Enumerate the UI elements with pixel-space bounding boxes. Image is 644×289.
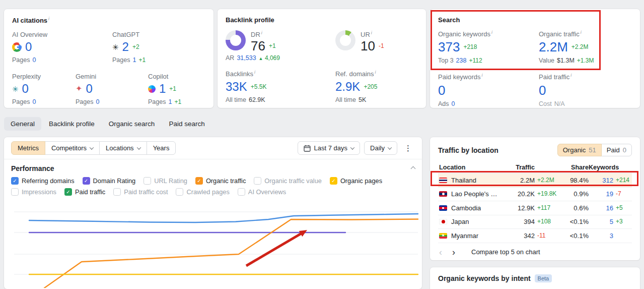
- date-range-button[interactable]: Last 7 days: [298, 141, 361, 155]
- metric-value[interactable]: 1: [159, 83, 166, 95]
- next-page-button[interactable]: ›: [452, 248, 455, 257]
- chevron-down-icon: [136, 145, 140, 149]
- metric-label: Copilot: [148, 73, 205, 80]
- toggle-paid[interactable]: Paid0: [601, 144, 632, 156]
- table-row-cambodia[interactable]: Cambodia 12.9K+117 0.6% 16+5: [438, 201, 632, 215]
- info-icon[interactable]: i: [375, 70, 376, 75]
- toggle-organic[interactable]: Organic51: [557, 144, 602, 156]
- performance-chart: [4, 201, 422, 289]
- more-options-button[interactable]: ⋮: [401, 143, 415, 154]
- info-icon[interactable]: i: [254, 70, 255, 75]
- checkbox-crawled-pages[interactable]: Crawled pages: [176, 188, 229, 196]
- collapse-section-button[interactable]: [411, 166, 416, 171]
- tab-organic-search[interactable]: Organic search: [102, 117, 162, 131]
- checkbox-paid-traffic[interactable]: ✓Paid traffic: [64, 188, 105, 196]
- info-icon[interactable]: i: [570, 73, 571, 78]
- granularity-button[interactable]: Daily: [364, 141, 397, 155]
- thailand-flag-icon: [439, 178, 447, 183]
- info-icon[interactable]: i: [371, 30, 372, 35]
- pages-delta: +1: [174, 98, 181, 105]
- table-row-thailand[interactable]: Thailand 2.2M+2.2M 98.4% 312+214: [438, 174, 632, 188]
- ref-domains-value[interactable]: 2.9K: [335, 81, 360, 93]
- view-segments: Metrics Competitors Locations Years: [11, 141, 176, 155]
- metric-value[interactable]: 0: [86, 83, 92, 95]
- info-icon[interactable]: i: [491, 30, 492, 35]
- checkbox-organic-pages[interactable]: ✓Organic pages: [330, 177, 382, 185]
- table-row-laos[interactable]: Lao People's Democratic Reput 20.2K+19.8…: [438, 188, 632, 202]
- table-row-myanmar[interactable]: Myanmar 342-11 <0.1% 3: [438, 229, 632, 243]
- paid-keywords-value[interactable]: 0: [438, 84, 445, 97]
- checkbox-ai-overviews[interactable]: AI Overviews: [238, 188, 286, 196]
- ai-metric-chatgpt: ChatGPT ✳ 2 +2 Pages1+1: [112, 31, 205, 64]
- pages-value[interactable]: 1: [168, 98, 172, 105]
- paid-keywords-block: Paid keywordsi 0 Ads0: [438, 73, 539, 107]
- pages-value[interactable]: 1: [132, 56, 136, 64]
- checkbox-url-rating[interactable]: URL Rating: [144, 177, 187, 185]
- pages-value[interactable]: 0: [96, 98, 99, 105]
- tab-backlink-profile[interactable]: Backlink profile: [42, 117, 101, 131]
- tab-paid-search[interactable]: Paid search: [162, 117, 211, 131]
- segment-competitors[interactable]: Competitors: [45, 141, 100, 155]
- checkbox-paid-traffic-cost[interactable]: Paid traffic cost: [113, 188, 168, 196]
- info-icon[interactable]: i: [261, 30, 262, 35]
- paid-traffic-value[interactable]: 0: [539, 84, 546, 97]
- alltime-value: 62.9K: [249, 96, 265, 103]
- top3-value[interactable]: 238: [456, 57, 467, 64]
- col-keywords[interactable]: Keywords: [589, 164, 619, 171]
- compare-top5-link[interactable]: Compare top 5 on chart: [471, 248, 540, 256]
- ar-delta: ▲ 4,069: [259, 54, 280, 62]
- organic-traffic-block: Organic traffici 2.2M +2.2M Value$1.3M+1…: [539, 30, 632, 64]
- ai-metric-gemini: Gemini ✦ 0 Pages0: [76, 73, 148, 105]
- organic-intent-card: Organic keywords by intent Beta: [430, 267, 640, 289]
- pages-value[interactable]: 0: [32, 56, 36, 64]
- checkbox-impressions[interactable]: Impressions: [11, 188, 56, 196]
- metric-label: ChatGPT: [112, 31, 205, 38]
- alltime-label: All time: [335, 96, 356, 103]
- backlink-profile-title: Backlink profile: [226, 16, 418, 24]
- ar-value[interactable]: 31,533: [237, 54, 256, 62]
- ur-value[interactable]: 10: [361, 39, 375, 52]
- checkbox-domain-rating[interactable]: ✓Domain Rating: [83, 177, 136, 185]
- ur-label: URi: [361, 30, 384, 38]
- organic-traffic-value[interactable]: 2.2M: [539, 40, 568, 53]
- value-delta: +1.3M: [577, 57, 594, 64]
- ads-value[interactable]: 0: [452, 100, 455, 107]
- segment-metrics[interactable]: Metrics: [11, 141, 45, 155]
- pages-label: Pages: [12, 56, 30, 64]
- col-share[interactable]: Share: [560, 164, 589, 171]
- cost-value: N/A: [554, 100, 565, 107]
- checkbox-referring-domains[interactable]: ✓Referring domains: [11, 177, 75, 185]
- backlinks-value[interactable]: 33K: [226, 81, 247, 93]
- prev-page-button[interactable]: ‹: [439, 248, 442, 257]
- info-icon[interactable]: i: [581, 30, 582, 35]
- col-location[interactable]: Location: [439, 164, 465, 171]
- url-rating-block: URi 10 -1: [335, 30, 418, 52]
- calendar-icon: [304, 145, 311, 152]
- segment-years[interactable]: Years: [147, 141, 176, 155]
- info-icon[interactable]: i: [482, 73, 483, 78]
- info-icon[interactable]: i: [48, 16, 49, 21]
- checkbox-organic-traffic[interactable]: ✓Organic traffic: [195, 177, 246, 185]
- checkbox-icon: [11, 188, 19, 196]
- table-row-japan[interactable]: Japan 394+108 <0.1% 5+3: [438, 215, 632, 229]
- checkbox-icon: [238, 188, 245, 196]
- search-title: Search: [438, 16, 632, 24]
- checkbox-organic-traffic-value[interactable]: Organic traffic value: [254, 177, 322, 185]
- chatgpt-icon: ✳: [112, 43, 119, 51]
- metric-value[interactable]: 0: [22, 83, 29, 95]
- report-tabs: General Backlink profile Organic search …: [4, 117, 211, 131]
- value-amount: $1.3M: [557, 57, 575, 64]
- organic-keywords-value[interactable]: 373: [438, 40, 460, 53]
- top3-delta: +112: [469, 57, 482, 64]
- checkbox-icon: ✓: [64, 188, 72, 196]
- segment-locations[interactable]: Locations: [99, 141, 147, 155]
- tab-general[interactable]: General: [4, 117, 41, 131]
- ahrefs-rank-row: AR 31,533 ▲ 4,069: [226, 54, 418, 62]
- col-traffic[interactable]: Traffic: [500, 164, 535, 171]
- paid-keywords-label: Paid keywordsi: [438, 73, 539, 81]
- dr-value[interactable]: 76: [251, 39, 265, 52]
- pages-value[interactable]: 0: [32, 98, 36, 105]
- metric-value[interactable]: 0: [25, 41, 32, 53]
- domain-rating-block: DRi 76 +1: [226, 30, 335, 52]
- metric-value[interactable]: 2: [122, 41, 129, 53]
